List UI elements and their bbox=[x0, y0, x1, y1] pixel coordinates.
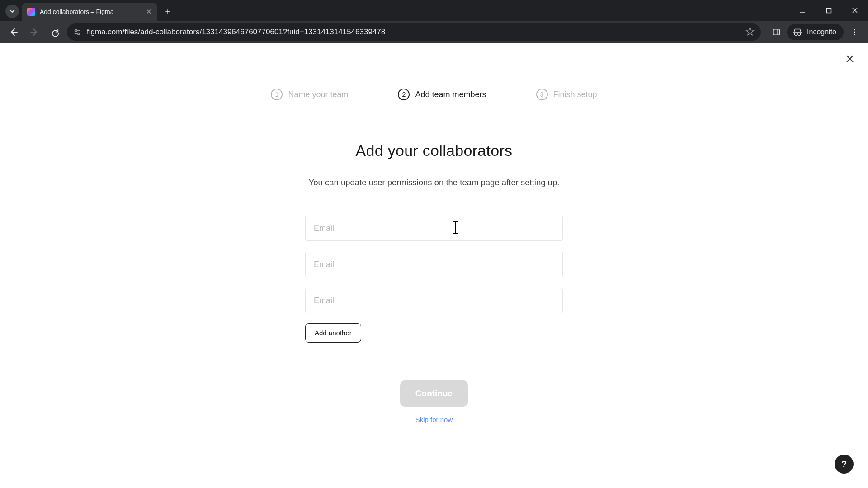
step-finish: 3 Finish setup bbox=[536, 89, 597, 100]
step-number: 3 bbox=[536, 89, 548, 100]
new-tab-button[interactable]: ＋ bbox=[161, 5, 175, 18]
reload-button[interactable] bbox=[46, 23, 64, 41]
svg-point-5 bbox=[798, 33, 801, 36]
side-panel-icon bbox=[772, 28, 780, 36]
step-name-team: 1 Name your team bbox=[271, 89, 348, 100]
page-content: 1 Name your team 2 Add team members 3 Fi… bbox=[0, 43, 868, 488]
close-window-button[interactable] bbox=[842, 0, 868, 21]
email-field-2[interactable] bbox=[305, 252, 563, 277]
svg-point-1 bbox=[75, 29, 77, 31]
arrow-right-icon bbox=[30, 28, 39, 37]
close-icon bbox=[852, 7, 858, 14]
step-label: Finish setup bbox=[553, 90, 597, 99]
side-panel-button[interactable] bbox=[767, 23, 785, 41]
tab-search-button[interactable] bbox=[5, 5, 19, 18]
help-icon: ? bbox=[841, 459, 847, 469]
reload-icon bbox=[51, 28, 60, 37]
main-form: Add your collaborators You can update us… bbox=[305, 142, 563, 424]
step-add-members: 2 Add team members bbox=[398, 89, 486, 100]
minimize-button[interactable] bbox=[789, 0, 816, 21]
svg-rect-3 bbox=[773, 29, 779, 35]
maximize-icon bbox=[826, 8, 832, 14]
incognito-label: Incognito bbox=[807, 28, 836, 36]
step-number: 1 bbox=[271, 89, 283, 100]
browser-tab[interactable]: Add collaborators – Figma ✕ bbox=[22, 3, 157, 21]
tab-title: Add collaborators – Figma bbox=[40, 8, 142, 15]
svg-rect-0 bbox=[826, 8, 831, 13]
svg-point-8 bbox=[854, 34, 855, 35]
svg-point-6 bbox=[854, 29, 855, 30]
window-controls bbox=[789, 0, 868, 21]
step-label: Add team members bbox=[415, 90, 486, 99]
incognito-icon bbox=[793, 27, 802, 37]
browser-menu-button[interactable] bbox=[845, 23, 863, 41]
back-button[interactable] bbox=[5, 23, 23, 41]
browser-chrome: Add collaborators – Figma ✕ ＋ bbox=[0, 0, 868, 43]
close-dialog-button[interactable] bbox=[845, 54, 854, 66]
tune-icon bbox=[73, 28, 81, 36]
page-subtitle: You can update user permissions on the t… bbox=[305, 178, 563, 188]
maximize-button[interactable] bbox=[816, 0, 842, 21]
address-bar[interactable]: figma.com/files/add-collaborators/133143… bbox=[67, 23, 761, 41]
email-field-3[interactable] bbox=[305, 288, 563, 313]
star-icon bbox=[745, 27, 755, 36]
figma-favicon-icon bbox=[27, 8, 35, 16]
tab-strip: Add collaborators – Figma ✕ ＋ bbox=[0, 0, 868, 21]
chevron-down-icon bbox=[9, 9, 15, 14]
close-tab-icon[interactable]: ✕ bbox=[146, 8, 152, 16]
help-button[interactable]: ? bbox=[835, 455, 854, 474]
browser-toolbar: figma.com/files/add-collaborators/133143… bbox=[0, 21, 868, 43]
page-title: Add your collaborators bbox=[305, 142, 563, 160]
minimize-icon bbox=[799, 7, 806, 14]
url-text: figma.com/files/add-collaborators/133143… bbox=[87, 28, 740, 37]
continue-button[interactable]: Continue bbox=[400, 380, 468, 407]
step-number: 2 bbox=[398, 89, 410, 100]
add-another-button[interactable]: Add another bbox=[305, 323, 361, 343]
kebab-icon bbox=[850, 28, 859, 36]
svg-point-4 bbox=[795, 33, 797, 36]
forward-button[interactable] bbox=[25, 23, 43, 41]
svg-point-2 bbox=[78, 33, 80, 35]
arrow-left-icon bbox=[9, 28, 18, 37]
email-field-1[interactable] bbox=[305, 216, 563, 241]
svg-point-7 bbox=[854, 31, 855, 33]
skip-link[interactable]: Skip for now bbox=[415, 416, 453, 423]
close-icon bbox=[845, 54, 854, 63]
incognito-indicator[interactable]: Incognito bbox=[787, 24, 844, 40]
step-label: Name your team bbox=[288, 90, 348, 99]
bookmark-button[interactable] bbox=[745, 27, 755, 38]
setup-stepper: 1 Name your team 2 Add team members 3 Fi… bbox=[0, 43, 868, 100]
site-info-button[interactable] bbox=[73, 28, 81, 36]
email-fields bbox=[305, 216, 563, 313]
